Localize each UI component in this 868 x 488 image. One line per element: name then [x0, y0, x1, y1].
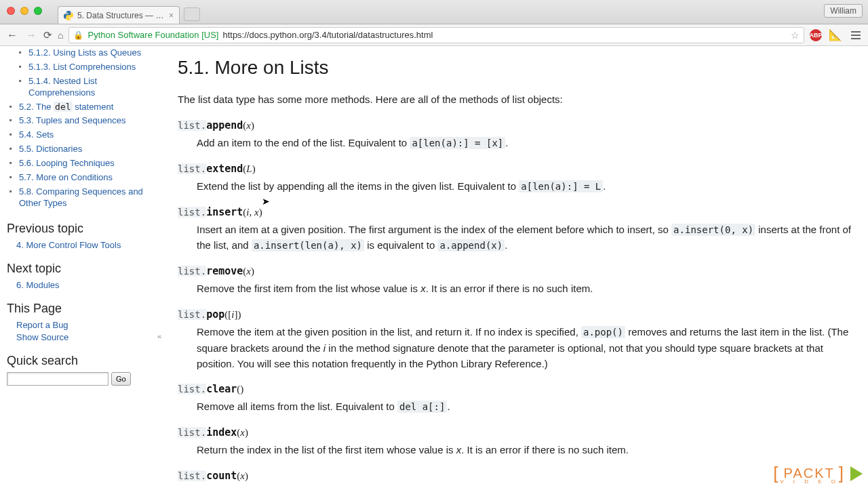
next-topic-link[interactable]: 6. Modules	[7, 279, 149, 291]
chrome-menu-button[interactable]	[849, 29, 863, 41]
method-desc-index: Return the index in the list of the firs…	[197, 442, 859, 458]
previous-topic-heading: Previous topic	[7, 222, 149, 236]
quick-search-heading: Quick search	[7, 354, 149, 368]
this-page-heading: This Page	[7, 302, 149, 316]
tabs-row: 5. Data Structures — Pyth… ×	[58, 0, 200, 24]
method-desc-extend: Extend the list by appending all the ite…	[197, 178, 859, 195]
close-window-button[interactable]	[7, 7, 15, 15]
page-content: 5.1.2. Using Lists as Queues 5.1.3. List…	[0, 46, 868, 488]
method-signature-clear: list.clear()	[178, 381, 859, 397]
method-desc-pop: Remove the item at the given position in…	[197, 324, 859, 371]
address-bar[interactable]: 🔒 Python Software Foundation [US] ☆	[68, 27, 804, 43]
ruler-extension-icon[interactable]: 📐	[827, 28, 844, 41]
previous-topic-link[interactable]: 4. More Control Flow Tools	[7, 239, 149, 251]
reload-button[interactable]: ⟳	[43, 29, 52, 41]
packt-watermark: [PACKT] V I D E O	[773, 463, 863, 484]
method-desc-insert: Insert an item at a given position. The …	[197, 222, 859, 253]
toc-item[interactable]: 5.3. Tuples and Sequences	[9, 114, 149, 128]
svg-point-0	[66, 12, 67, 12]
close-tab-icon[interactable]: ×	[169, 11, 174, 20]
bookmark-star-icon[interactable]: ☆	[791, 30, 800, 41]
ev-cert-label: Python Software Foundation [US]	[87, 30, 218, 40]
toc-item[interactable]: 5.1.3. List Comprehensions	[19, 60, 149, 75]
toc-item[interactable]: 5.4. Sets	[9, 128, 149, 142]
method-signature-append: list.append(x)	[178, 117, 859, 134]
method-signature-remove: list.remove(x)	[178, 263, 859, 279]
python-favicon-icon	[64, 11, 73, 20]
home-button[interactable]: ⌂	[58, 30, 63, 41]
maximize-window-button[interactable]	[34, 7, 42, 15]
method-desc-append: Add an item to the end of the list. Equi…	[197, 135, 859, 151]
sidebar-collapse-handle[interactable]: «	[157, 332, 161, 340]
lock-icon: 🔒	[73, 30, 83, 40]
window-controls	[7, 7, 42, 15]
new-tab-button[interactable]	[184, 7, 200, 21]
search-go-button[interactable]: Go	[111, 372, 131, 386]
adblock-icon[interactable]: ABP	[810, 29, 822, 41]
method-signature-count: list.count(x)	[178, 468, 859, 484]
play-icon	[850, 466, 863, 481]
browser-tab-active[interactable]: 5. Data Structures — Pyth… ×	[58, 6, 180, 24]
minimize-window-button[interactable]	[20, 7, 28, 15]
toc-item[interactable]: 5.1.2. Using Lists as Queues	[19, 46, 149, 60]
method-signature-extend: list.extend(L)	[178, 161, 859, 177]
intro-paragraph: The list data type has some more methods…	[178, 92, 859, 107]
show-source-link[interactable]: Show Source	[7, 331, 149, 343]
main-article: 5.1. More on Lists The list data type ha…	[156, 46, 868, 488]
browser-toolbar: ← → ⟳ ⌂ 🔒 Python Software Foundation [US…	[0, 24, 868, 46]
url-input[interactable]	[222, 30, 787, 40]
toc-item[interactable]: 5.5. Dictionaries	[9, 142, 149, 157]
sidebar: 5.1.2. Using Lists as Queues 5.1.3. List…	[0, 46, 156, 488]
toc-item[interactable]: 5.1.4. Nested List Comprehensions	[19, 75, 149, 100]
method-signature-pop: list.pop([i])	[178, 306, 859, 323]
report-bug-link[interactable]: Report a Bug	[7, 319, 149, 331]
toc-item[interactable]: 5.6. Looping Techniques	[9, 157, 149, 171]
toc-item[interactable]: 5.8. Comparing Sequences and Other Types	[9, 185, 149, 211]
tab-strip: 5. Data Structures — Pyth… × William	[0, 0, 868, 24]
toc-item[interactable]: 5.7. More on Conditions	[9, 171, 149, 185]
method-signature-index: list.index(x)	[178, 424, 859, 441]
back-button[interactable]: ←	[5, 28, 19, 43]
method-desc-clear: Remove all items from the list. Equivale…	[197, 399, 859, 415]
method-signature-insert: list.insert(i, x)	[178, 204, 859, 220]
section-heading: 5.1. More on Lists	[178, 53, 859, 82]
svg-point-1	[70, 18, 71, 19]
search-input[interactable]	[7, 372, 108, 386]
tab-title: 5. Data Structures — Pyth…	[77, 11, 165, 20]
next-topic-heading: Next topic	[7, 262, 149, 276]
method-desc-remove: Remove the first item from the list whos…	[197, 281, 859, 296]
forward-button[interactable]: →	[24, 28, 38, 43]
profile-button[interactable]: William	[824, 4, 863, 18]
toc-item[interactable]: 5.2. The del statement	[9, 100, 149, 115]
